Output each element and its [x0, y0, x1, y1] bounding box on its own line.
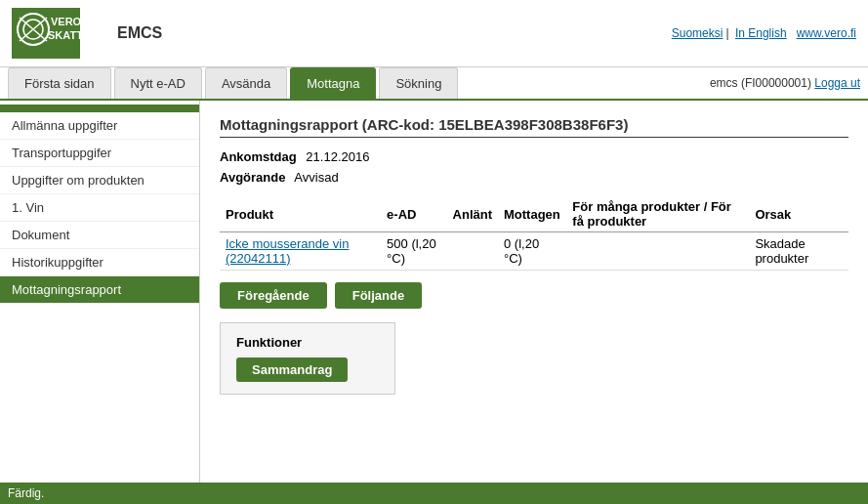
sidebar-item-vin[interactable]: 1. Vin	[0, 194, 199, 222]
col-mottagen: Mottagen	[498, 196, 566, 232]
col-ead: e-AD	[381, 196, 446, 232]
anlant-value	[447, 232, 498, 271]
ankomstdag-label: Ankomstdag	[220, 149, 297, 164]
tab-forsta-sidan[interactable]: Första sidan	[8, 67, 111, 99]
status-text: Färdig.	[8, 486, 44, 500]
sidebar-item-allmanna-uppgifter[interactable]: Allmänna uppgifter	[0, 112, 199, 140]
sidebar-spacer	[0, 105, 199, 112]
col-produkt: Produkt	[220, 196, 381, 232]
foregaende-button[interactable]: Föregående	[220, 282, 327, 309]
for-manga-value	[566, 232, 749, 271]
ankomstdag-row: Ankomstdag 21.12.2016	[220, 149, 848, 164]
navbar: Första sidan Nytt e-AD Avsända Mottagna …	[0, 67, 868, 101]
sidebar-item-historikuppgifter[interactable]: Historikuppgifter	[0, 249, 199, 276]
user-info-text: emcs (FI00000001)	[710, 76, 811, 90]
sidebar-item-transportuppgifer[interactable]: Transportuppgifer	[0, 140, 199, 167]
sidebar-item-uppgifter-om-produkten[interactable]: Uppgifter om produkten	[0, 167, 199, 194]
col-for-manga: För många produkter / För få produkter	[566, 196, 749, 232]
page-title: Mottagningsrapport (ARC-kod: 15ELBEA398F…	[220, 116, 848, 138]
avgörande-row: Avgörande Avvisad	[220, 170, 848, 185]
svg-text:VERO: VERO	[51, 16, 80, 27]
funktioner-title: Funktioner	[236, 335, 379, 350]
tab-avsanda[interactable]: Avsända	[205, 67, 287, 99]
orsak-value: Skadade produkter	[749, 232, 848, 271]
avgörande-label: Avgörande	[220, 170, 285, 185]
header: VERO SKATT EMCS Suomeksi| In English www…	[0, 0, 868, 67]
table-row: Icke mousserande vin (22042111) 500 (l,2…	[220, 232, 848, 271]
avgörande-value: Avvisad	[294, 170, 338, 185]
content-area: Mottagningsrapport (ARC-kod: 15ELBEA398F…	[200, 101, 868, 504]
vero-skatt-logo: VERO SKATT	[12, 8, 80, 59]
tab-nytt-ead[interactable]: Nytt e-AD	[114, 67, 202, 99]
ankomstdag-value: 21.12.2016	[306, 149, 369, 164]
sidebar: Allmänna uppgifter Transportuppgifer Upp…	[0, 101, 200, 504]
suomeksi-link[interactable]: Suomeksi	[672, 26, 723, 40]
ead-value: 500 (l,20 °C)	[381, 232, 446, 271]
foljande-button[interactable]: Följande	[335, 282, 422, 309]
product-link[interactable]: Icke mousserande vin (22042111)	[226, 236, 349, 266]
nav-user-info: emcs (FI00000001) Logga ut	[710, 76, 860, 90]
sidebar-item-dokument[interactable]: Dokument	[0, 222, 199, 249]
tab-sokning[interactable]: Sökning	[379, 67, 458, 99]
nav-buttons: Föregående Följande	[220, 282, 848, 309]
vero-fi-link[interactable]: www.vero.fi	[797, 26, 856, 40]
statusbar: Färdig.	[0, 483, 868, 504]
tab-mottagna[interactable]: Mottagna	[290, 67, 376, 99]
sidebar-item-mottagningsrapport[interactable]: Mottagningsrapport	[0, 276, 199, 304]
logo: VERO SKATT	[12, 8, 88, 59]
product-table: Produkt e-AD Anlänt Mottagen För många p…	[220, 196, 848, 271]
header-links: Suomeksi| In English www.vero.fi	[672, 26, 856, 40]
sammandrag-button[interactable]: Sammandrag	[236, 357, 348, 382]
svg-text:SKATT: SKATT	[48, 29, 80, 41]
main-area: Allmänna uppgifter Transportuppgifer Upp…	[0, 101, 868, 504]
col-anlant: Anlänt	[447, 196, 498, 232]
funktioner-box: Funktioner Sammandrag	[220, 322, 395, 395]
col-orsak: Orsak	[749, 196, 848, 232]
logout-link[interactable]: Logga ut	[814, 76, 860, 90]
mottagen-value: 0 (l,20 °C)	[498, 232, 566, 271]
in-english-link[interactable]: In English	[735, 26, 787, 40]
emcs-title: EMCS	[117, 24, 672, 42]
